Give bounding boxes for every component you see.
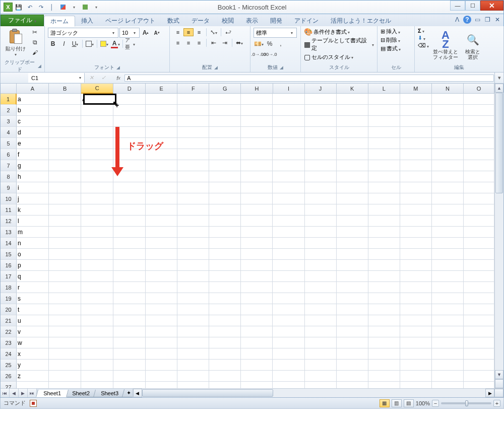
cell[interactable] [368,238,400,248]
cancel-formula-icon[interactable]: ✕ [85,75,97,81]
cell[interactable] [432,227,464,237]
cell[interactable] [209,348,241,359]
cell[interactable] [49,149,81,160]
cell[interactable] [337,326,368,337]
cell[interactable] [400,204,432,215]
font-name-combo[interactable]: 游ゴシック▾ [48,28,118,38]
cell[interactable] [368,182,400,193]
comma-button[interactable]: , [276,39,286,48]
row-header[interactable]: 14 [1,238,17,249]
row-header[interactable]: 6 [1,149,17,160]
cell[interactable] [177,360,209,370]
cell[interactable] [113,193,146,204]
underline-button[interactable]: U [70,39,80,48]
number-format-combo[interactable]: 標準▾ [254,28,297,38]
cell[interactable] [400,271,432,281]
cell[interactable]: A [81,94,113,104]
cell[interactable] [146,304,177,315]
sheet-tab[interactable]: Sheet2 [65,390,97,397]
row-header[interactable]: 22 [1,326,17,337]
wrap-text-button[interactable]: ⮐ [223,28,233,37]
cell[interactable] [368,160,400,171]
cell[interactable] [432,271,464,281]
cell[interactable] [400,138,432,149]
cell[interactable] [432,149,464,160]
cell[interactable] [49,227,81,237]
cell[interactable] [49,171,81,182]
cell[interactable] [337,371,368,381]
column-header[interactable]: D [113,84,146,94]
zoom-out-button[interactable]: − [432,400,439,407]
column-header[interactable]: G [209,84,241,94]
cell[interactable] [81,160,113,171]
cell[interactable] [146,105,177,115]
cell[interactable] [368,271,400,281]
cell[interactable] [432,326,464,337]
cell[interactable] [177,105,209,115]
cell[interactable] [273,182,304,193]
cell[interactable] [81,348,113,359]
column-header[interactable]: F [177,84,209,94]
undo-button[interactable]: ↶ [25,2,35,12]
cell[interactable] [337,160,368,171]
cell[interactable] [113,282,146,293]
align-bottom-button[interactable]: ≡ [194,28,204,36]
formula-input[interactable]: A [124,75,494,82]
cell[interactable] [400,337,432,348]
cell[interactable]: c [17,116,49,126]
cell[interactable] [177,348,209,359]
cell[interactable] [81,171,113,182]
cell[interactable]: b [17,105,49,115]
cell[interactable] [49,249,81,259]
cell[interactable] [49,182,81,193]
row-header[interactable]: 2 [1,105,17,116]
row-header[interactable]: 16 [1,260,17,271]
cell[interactable] [337,282,368,293]
cell[interactable] [177,160,209,171]
column-header[interactable]: M [400,84,432,94]
cell[interactable] [305,227,337,237]
cell[interactable] [400,371,432,381]
cell[interactable] [464,149,494,160]
sheet-nav-last-button[interactable]: ⏭ [28,389,37,397]
cell[interactable] [464,116,494,126]
cell[interactable] [305,116,337,126]
cell[interactable] [305,360,337,370]
qat-custom-2[interactable] [80,2,90,12]
cell[interactable] [305,304,337,315]
cell[interactable] [113,249,146,259]
cell[interactable] [81,127,113,137]
cell[interactable] [113,326,146,337]
column-header[interactable]: E [146,84,177,94]
cell[interactable] [209,304,241,315]
cell[interactable] [305,371,337,381]
cell[interactable] [113,216,146,226]
cell[interactable] [368,138,400,149]
cell[interactable] [305,271,337,281]
cell[interactable] [81,315,113,326]
horizontal-scroll-thumb[interactable] [142,389,273,397]
cell[interactable] [273,105,304,115]
cell[interactable] [177,127,209,137]
cell[interactable] [305,249,337,259]
cell[interactable] [113,204,146,215]
row-header[interactable]: 4 [1,127,17,138]
ribbon-tab-7[interactable]: 開発 [264,15,288,26]
cell[interactable] [400,348,432,359]
cell[interactable] [400,238,432,248]
cell[interactable] [273,94,304,104]
cell[interactable] [241,204,273,215]
cell[interactable] [400,94,432,104]
cell[interactable] [241,337,273,348]
cell[interactable] [209,315,241,326]
cell[interactable] [49,193,81,204]
column-header[interactable]: J [305,84,337,94]
cell[interactable] [177,249,209,259]
cell[interactable] [464,193,494,204]
cell[interactable] [368,371,400,381]
cell[interactable] [464,160,494,171]
cell[interactable] [146,94,177,104]
cell[interactable] [241,105,273,115]
cell[interactable] [400,160,432,171]
cell[interactable] [146,260,177,270]
